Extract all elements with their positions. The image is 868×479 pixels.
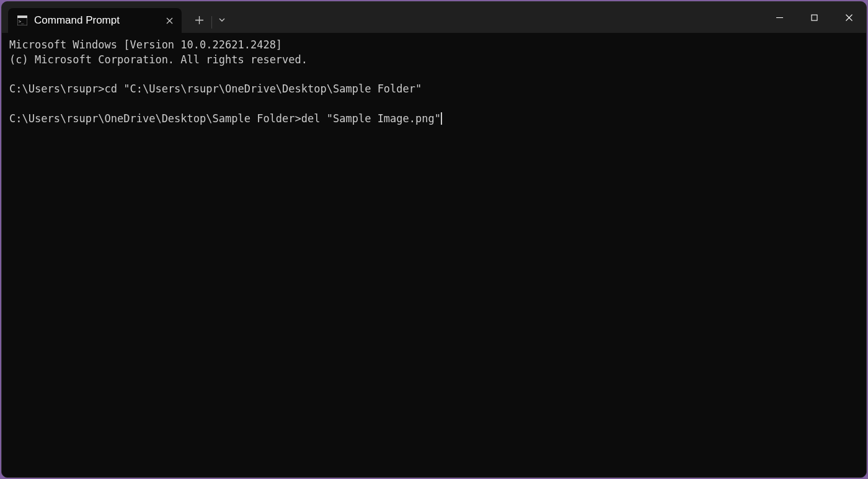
svg-rect-1 [17,16,27,18]
maximize-button[interactable] [797,2,831,33]
close-icon [166,17,173,24]
titlebar[interactable]: >_ Command Prompt [2,2,866,33]
prompt: C:\Users\rsupr> [9,83,105,95]
minimize-icon [776,14,783,21]
svg-text:>_: >_ [19,19,24,24]
command-text: del "Sample Image.png" [301,112,441,125]
text-cursor [441,112,442,125]
new-tab-button[interactable] [188,9,210,30]
svg-rect-8 [812,15,817,20]
maximize-icon [811,14,818,21]
banner-line: (c) Microsoft Corporation. All rights re… [9,53,859,68]
titlebar-drag-area[interactable] [231,2,762,33]
close-icon [846,14,852,21]
divider [211,16,212,29]
close-window-button[interactable] [831,2,866,33]
tab-close-button[interactable] [162,13,177,28]
tab-dropdown-button[interactable] [213,9,231,30]
plus-icon [195,16,203,24]
chevron-down-icon [219,18,225,22]
window-controls [762,2,866,33]
banner-line: Microsoft Windows [Version 10.0.22621.24… [9,38,859,53]
blank-line [9,68,859,83]
command-text: cd "C:\Users\rsupr\OneDrive\Desktop\Samp… [105,83,422,95]
terminal-output[interactable]: Microsoft Windows [Version 10.0.22621.24… [2,33,866,477]
command-line: C:\Users\rsupr>cd "C:\Users\rsupr\OneDri… [9,82,859,97]
tab-command-prompt[interactable]: >_ Command Prompt [8,8,182,33]
terminal-window: >_ Command Prompt [1,1,867,478]
tab-actions [182,2,231,33]
minimize-button[interactable] [762,2,797,33]
blank-line [9,97,859,112]
command-prompt-icon: >_ [17,15,28,26]
tab-title: Command Prompt [34,14,156,27]
prompt: C:\Users\rsupr\OneDrive\Desktop\Sample F… [9,112,301,125]
command-line: C:\Users\rsupr\OneDrive\Desktop\Sample F… [9,112,859,127]
